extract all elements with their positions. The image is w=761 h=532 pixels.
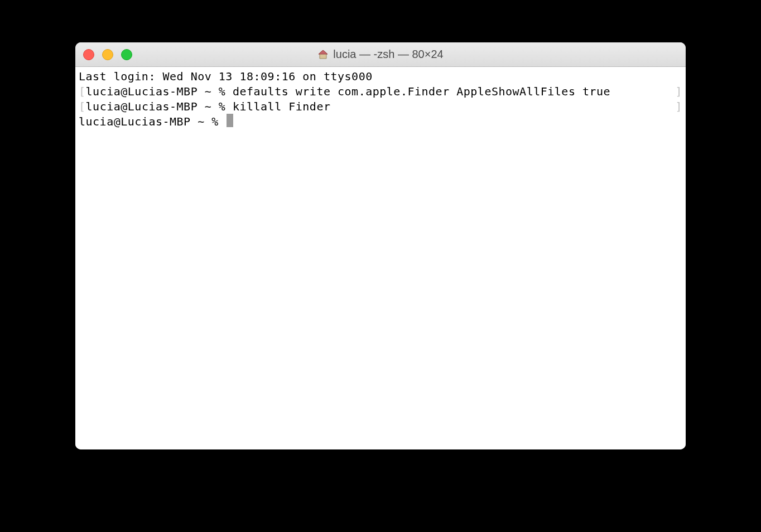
terminal-body[interactable]: Last login: Wed Nov 13 18:09:16 on ttys0… bbox=[75, 67, 686, 449]
titlebar[interactable]: lucia — -zsh — 80×24 bbox=[75, 42, 686, 67]
prompt-line: lucia@Lucias-MBP ~ % bbox=[79, 114, 225, 129]
line-content: lucia@Lucias-MBP ~ % defaults write com.… bbox=[86, 84, 611, 99]
traffic-lights bbox=[83, 49, 132, 60]
zoom-button[interactable] bbox=[121, 49, 132, 60]
terminal-line: [ lucia@Lucias-MBP ~ % killall Finder ] bbox=[79, 99, 682, 114]
line-right-bracket: ] bbox=[675, 99, 682, 114]
line-left-bracket: [ bbox=[79, 99, 86, 114]
terminal-line: [ lucia@Lucias-MBP ~ % defaults write co… bbox=[79, 84, 682, 99]
cursor bbox=[227, 114, 233, 127]
line-left-bracket: [ bbox=[79, 84, 86, 99]
minimize-button[interactable] bbox=[102, 49, 113, 60]
window-title: lucia — -zsh — 80×24 bbox=[333, 48, 443, 61]
line-right-bracket: ] bbox=[675, 84, 682, 99]
home-icon bbox=[317, 49, 329, 60]
line-content: lucia@Lucias-MBP ~ % killall Finder bbox=[86, 99, 331, 114]
terminal-window: lucia — -zsh — 80×24 Last login: Wed Nov… bbox=[75, 42, 686, 449]
title-area: lucia — -zsh — 80×24 bbox=[75, 48, 686, 61]
close-button[interactable] bbox=[83, 49, 94, 60]
terminal-line: lucia@Lucias-MBP ~ % bbox=[79, 114, 682, 129]
terminal-line: Last login: Wed Nov 13 18:09:16 on ttys0… bbox=[79, 69, 682, 84]
line-content: Last login: Wed Nov 13 18:09:16 on ttys0… bbox=[79, 69, 373, 84]
